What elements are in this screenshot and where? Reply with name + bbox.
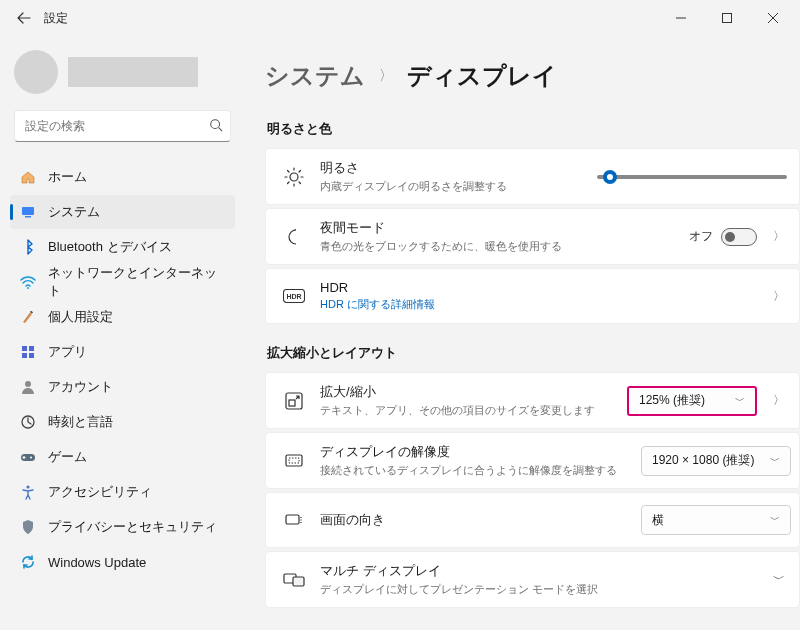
sidebar-item-accounts[interactable]: アカウント xyxy=(10,370,235,404)
sidebar-item-network[interactable]: ネットワークとインターネット xyxy=(10,265,235,299)
card-scale[interactable]: 拡大/縮小 テキスト、アプリ、その他の項目のサイズを変更します 125% (推奨… xyxy=(265,372,800,429)
card-title: 画面の向き xyxy=(320,511,641,529)
game-icon xyxy=(20,449,36,465)
sidebar-item-label: プライバシーとセキュリティ xyxy=(48,518,217,536)
dropdown-value: 横 xyxy=(652,512,664,529)
card-subtitle: 接続されているディスプレイに合うように解像度を調整する xyxy=(320,463,641,478)
card-subtitle: 青色の光をブロックするために、暖色を使用する xyxy=(320,239,689,254)
svg-rect-6 xyxy=(22,346,27,351)
svg-rect-8 xyxy=(22,353,27,358)
arrow-left-icon xyxy=(16,10,32,26)
svg-rect-4 xyxy=(25,216,31,218)
svg-point-13 xyxy=(30,457,32,459)
sidebar-item-home[interactable]: ホーム xyxy=(10,160,235,194)
sidebar-item-apps[interactable]: アプリ xyxy=(10,335,235,369)
sidebar-item-gaming[interactable]: ゲーム xyxy=(10,440,235,474)
sidebar-item-label: アプリ xyxy=(48,343,87,361)
dropdown-value: 125% (推奨) xyxy=(639,392,705,409)
avatar xyxy=(14,50,58,94)
night-light-toggle[interactable]: オフ xyxy=(689,228,757,246)
orientation-dropdown[interactable]: 横 ﹀ xyxy=(641,505,791,535)
sidebar-item-label: 時刻と言語 xyxy=(48,413,113,431)
profile-block[interactable] xyxy=(14,50,231,94)
chevron-down-icon: ﹀ xyxy=(770,513,780,527)
card-multi-display[interactable]: マルチ ディスプレイ ディスプレイに対してプレゼンテーション モードを選択 ﹀ xyxy=(265,551,800,608)
search-box xyxy=(14,110,231,142)
sidebar-item-label: システム xyxy=(48,203,100,221)
scale-dropdown[interactable]: 125% (推奨) ﹀ xyxy=(627,386,757,416)
sidebar-item-label: 個人用設定 xyxy=(48,308,113,326)
card-subtitle: 内蔵ディスプレイの明るさを調整する xyxy=(320,179,597,194)
card-subtitle: テキスト、アプリ、その他の項目のサイズを変更します xyxy=(320,403,627,418)
main-panel: システム 〉 ディスプレイ 明るさと色 明るさ 内蔵ディスプレイの明るさを調整す… xyxy=(245,36,800,630)
sidebar-item-time-language[interactable]: 時刻と言語 xyxy=(10,405,235,439)
card-subtitle: ディスプレイに対してプレゼンテーション モードを選択 xyxy=(320,582,767,597)
sidebar-item-bluetooth[interactable]: Bluetooth とデバイス xyxy=(10,230,235,264)
chevron-down-icon: ﹀ xyxy=(770,454,780,468)
profile-name-placeholder xyxy=(68,57,198,87)
resolution-icon xyxy=(280,451,308,471)
svg-rect-32 xyxy=(293,577,304,586)
svg-point-1 xyxy=(211,120,220,129)
svg-point-14 xyxy=(26,485,29,488)
network-icon xyxy=(20,274,36,290)
maximize-button[interactable] xyxy=(704,0,750,36)
slider-thumb[interactable] xyxy=(603,170,617,184)
card-brightness[interactable]: 明るさ 内蔵ディスプレイの明るさを調整する xyxy=(265,148,800,205)
dropdown-value: 1920 × 1080 (推奨) xyxy=(652,452,754,469)
card-hdr[interactable]: HDR HDR HDR に関する詳細情報 〉 xyxy=(265,268,800,324)
sun-icon xyxy=(280,167,308,187)
sidebar-item-privacy[interactable]: プライバシーとセキュリティ xyxy=(10,510,235,544)
sidebar-item-system[interactable]: システム xyxy=(10,195,235,229)
hdr-icon: HDR xyxy=(280,289,308,303)
minimize-button[interactable] xyxy=(658,0,704,36)
sidebar-item-label: Bluetooth とデバイス xyxy=(48,238,172,256)
sidebar-item-label: アクセシビリティ xyxy=(48,483,152,501)
breadcrumb-parent[interactable]: システム xyxy=(265,60,365,92)
clock-icon xyxy=(20,414,36,430)
window-controls xyxy=(658,0,796,36)
shield-icon xyxy=(20,519,36,535)
svg-point-10 xyxy=(25,381,31,387)
svg-text:HDR: HDR xyxy=(286,293,301,300)
bluetooth-icon xyxy=(20,239,36,255)
sidebar-item-label: アカウント xyxy=(48,378,113,396)
back-button[interactable] xyxy=(4,0,44,36)
card-title: 明るさ xyxy=(320,159,597,177)
window-title: 設定 xyxy=(44,10,68,27)
search-icon[interactable] xyxy=(209,118,223,135)
card-resolution[interactable]: ディスプレイの解像度 接続されているディスプレイに合うように解像度を調整する 1… xyxy=(265,432,800,489)
card-orientation[interactable]: 画面の向き 横 ﹀ xyxy=(265,492,800,548)
svg-rect-29 xyxy=(289,458,299,463)
svg-rect-3 xyxy=(22,207,34,215)
chevron-right-icon: 〉 xyxy=(767,288,791,305)
brightness-slider[interactable] xyxy=(597,175,787,179)
section-title-scale: 拡大縮小とレイアウト xyxy=(267,344,800,362)
sidebar-item-update[interactable]: Windows Update xyxy=(10,545,235,579)
chevron-right-icon: 〉 xyxy=(767,228,791,245)
close-button[interactable] xyxy=(750,0,796,36)
card-title: HDR xyxy=(320,280,767,295)
card-night-light[interactable]: 夜間モード 青色の光をブロックするために、暖色を使用する オフ 〉 xyxy=(265,208,800,265)
system-icon xyxy=(20,204,36,220)
svg-rect-9 xyxy=(29,353,34,358)
account-icon xyxy=(20,379,36,395)
chevron-down-icon: ﹀ xyxy=(767,571,791,588)
title-bar: 設定 xyxy=(0,0,800,36)
svg-line-2 xyxy=(219,128,223,132)
accessibility-icon xyxy=(20,484,36,500)
svg-rect-26 xyxy=(286,393,302,409)
sidebar-item-accessibility[interactable]: アクセシビリティ xyxy=(10,475,235,509)
search-input[interactable] xyxy=(14,110,231,142)
sidebar-item-label: ホーム xyxy=(48,168,87,186)
orientation-icon xyxy=(280,510,308,530)
chevron-down-icon: ﹀ xyxy=(735,394,745,408)
sidebar-item-personalization[interactable]: 個人用設定 xyxy=(10,300,235,334)
hdr-more-info-link[interactable]: HDR に関する詳細情報 xyxy=(320,297,767,312)
svg-line-20 xyxy=(288,170,290,172)
svg-rect-28 xyxy=(286,455,302,466)
scale-icon xyxy=(280,391,308,411)
resolution-dropdown[interactable]: 1920 × 1080 (推奨) ﹀ xyxy=(641,446,791,476)
toggle-pill-icon xyxy=(721,228,757,246)
sidebar-item-label: ゲーム xyxy=(48,448,87,466)
